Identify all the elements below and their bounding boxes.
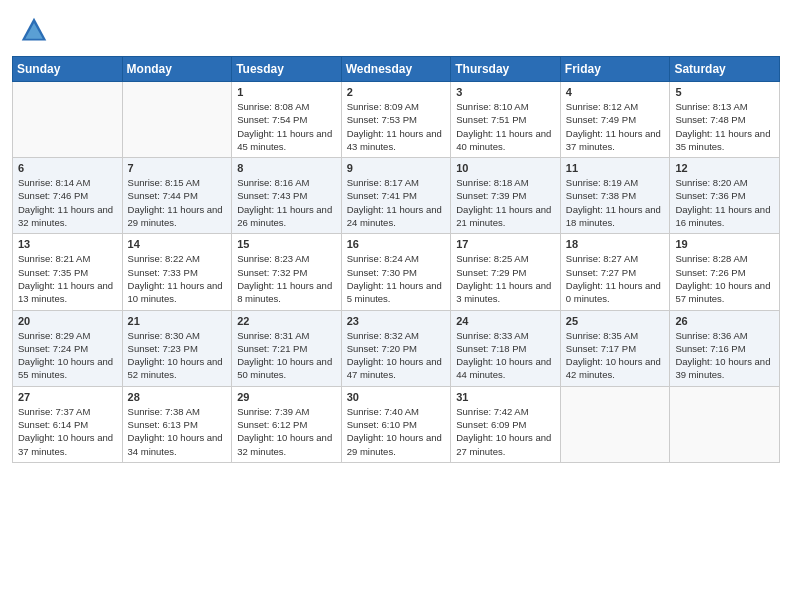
day-number: 11 xyxy=(566,162,665,174)
logo xyxy=(20,16,52,44)
calendar-cell: 21Sunrise: 8:30 AM Sunset: 7:23 PM Dayli… xyxy=(122,310,232,386)
calendar-cell: 16Sunrise: 8:24 AM Sunset: 7:30 PM Dayli… xyxy=(341,234,451,310)
day-number: 28 xyxy=(128,391,227,403)
logo-icon xyxy=(20,16,48,44)
day-number: 6 xyxy=(18,162,117,174)
calendar-cell: 28Sunrise: 7:38 AM Sunset: 6:13 PM Dayli… xyxy=(122,386,232,462)
calendar-cell: 30Sunrise: 7:40 AM Sunset: 6:10 PM Dayli… xyxy=(341,386,451,462)
day-number: 16 xyxy=(347,238,446,250)
day-number: 10 xyxy=(456,162,555,174)
day-info: Sunrise: 8:09 AM Sunset: 7:53 PM Dayligh… xyxy=(347,100,446,153)
day-info: Sunrise: 7:38 AM Sunset: 6:13 PM Dayligh… xyxy=(128,405,227,458)
calendar-cell: 11Sunrise: 8:19 AM Sunset: 7:38 PM Dayli… xyxy=(560,158,670,234)
day-info: Sunrise: 8:32 AM Sunset: 7:20 PM Dayligh… xyxy=(347,329,446,382)
day-number: 7 xyxy=(128,162,227,174)
day-info: Sunrise: 8:23 AM Sunset: 7:32 PM Dayligh… xyxy=(237,252,336,305)
day-info: Sunrise: 8:21 AM Sunset: 7:35 PM Dayligh… xyxy=(18,252,117,305)
weekday-header: Saturday xyxy=(670,57,780,82)
calendar-cell: 27Sunrise: 7:37 AM Sunset: 6:14 PM Dayli… xyxy=(13,386,123,462)
day-number: 4 xyxy=(566,86,665,98)
calendar-cell: 25Sunrise: 8:35 AM Sunset: 7:17 PM Dayli… xyxy=(560,310,670,386)
day-number: 23 xyxy=(347,315,446,327)
calendar-cell: 23Sunrise: 8:32 AM Sunset: 7:20 PM Dayli… xyxy=(341,310,451,386)
day-number: 15 xyxy=(237,238,336,250)
day-info: Sunrise: 7:39 AM Sunset: 6:12 PM Dayligh… xyxy=(237,405,336,458)
calendar-cell: 1Sunrise: 8:08 AM Sunset: 7:54 PM Daylig… xyxy=(232,82,342,158)
calendar-cell: 26Sunrise: 8:36 AM Sunset: 7:16 PM Dayli… xyxy=(670,310,780,386)
day-number: 26 xyxy=(675,315,774,327)
day-info: Sunrise: 8:18 AM Sunset: 7:39 PM Dayligh… xyxy=(456,176,555,229)
day-number: 18 xyxy=(566,238,665,250)
day-number: 5 xyxy=(675,86,774,98)
day-number: 2 xyxy=(347,86,446,98)
day-number: 31 xyxy=(456,391,555,403)
calendar-week-row: 1Sunrise: 8:08 AM Sunset: 7:54 PM Daylig… xyxy=(13,82,780,158)
day-number: 27 xyxy=(18,391,117,403)
day-info: Sunrise: 8:12 AM Sunset: 7:49 PM Dayligh… xyxy=(566,100,665,153)
calendar: SundayMondayTuesdayWednesdayThursdayFrid… xyxy=(12,56,780,463)
weekday-header: Wednesday xyxy=(341,57,451,82)
weekday-header: Thursday xyxy=(451,57,561,82)
calendar-cell: 4Sunrise: 8:12 AM Sunset: 7:49 PM Daylig… xyxy=(560,82,670,158)
day-number: 24 xyxy=(456,315,555,327)
weekday-header: Tuesday xyxy=(232,57,342,82)
calendar-cell: 15Sunrise: 8:23 AM Sunset: 7:32 PM Dayli… xyxy=(232,234,342,310)
calendar-week-row: 6Sunrise: 8:14 AM Sunset: 7:46 PM Daylig… xyxy=(13,158,780,234)
calendar-cell xyxy=(560,386,670,462)
day-info: Sunrise: 8:25 AM Sunset: 7:29 PM Dayligh… xyxy=(456,252,555,305)
day-info: Sunrise: 8:13 AM Sunset: 7:48 PM Dayligh… xyxy=(675,100,774,153)
day-info: Sunrise: 7:40 AM Sunset: 6:10 PM Dayligh… xyxy=(347,405,446,458)
calendar-cell xyxy=(13,82,123,158)
day-number: 29 xyxy=(237,391,336,403)
calendar-week-row: 27Sunrise: 7:37 AM Sunset: 6:14 PM Dayli… xyxy=(13,386,780,462)
day-number: 9 xyxy=(347,162,446,174)
calendar-cell: 22Sunrise: 8:31 AM Sunset: 7:21 PM Dayli… xyxy=(232,310,342,386)
calendar-cell: 12Sunrise: 8:20 AM Sunset: 7:36 PM Dayli… xyxy=(670,158,780,234)
calendar-cell: 29Sunrise: 7:39 AM Sunset: 6:12 PM Dayli… xyxy=(232,386,342,462)
day-number: 30 xyxy=(347,391,446,403)
header xyxy=(0,0,792,48)
day-info: Sunrise: 8:24 AM Sunset: 7:30 PM Dayligh… xyxy=(347,252,446,305)
calendar-cell: 6Sunrise: 8:14 AM Sunset: 7:46 PM Daylig… xyxy=(13,158,123,234)
day-number: 1 xyxy=(237,86,336,98)
calendar-cell: 3Sunrise: 8:10 AM Sunset: 7:51 PM Daylig… xyxy=(451,82,561,158)
day-info: Sunrise: 7:37 AM Sunset: 6:14 PM Dayligh… xyxy=(18,405,117,458)
weekday-header: Sunday xyxy=(13,57,123,82)
calendar-cell: 19Sunrise: 8:28 AM Sunset: 7:26 PM Dayli… xyxy=(670,234,780,310)
calendar-cell: 18Sunrise: 8:27 AM Sunset: 7:27 PM Dayli… xyxy=(560,234,670,310)
calendar-cell xyxy=(122,82,232,158)
calendar-cell xyxy=(670,386,780,462)
day-info: Sunrise: 8:33 AM Sunset: 7:18 PM Dayligh… xyxy=(456,329,555,382)
day-info: Sunrise: 8:19 AM Sunset: 7:38 PM Dayligh… xyxy=(566,176,665,229)
day-info: Sunrise: 8:22 AM Sunset: 7:33 PM Dayligh… xyxy=(128,252,227,305)
calendar-week-row: 20Sunrise: 8:29 AM Sunset: 7:24 PM Dayli… xyxy=(13,310,780,386)
calendar-cell: 7Sunrise: 8:15 AM Sunset: 7:44 PM Daylig… xyxy=(122,158,232,234)
day-info: Sunrise: 8:17 AM Sunset: 7:41 PM Dayligh… xyxy=(347,176,446,229)
calendar-cell: 5Sunrise: 8:13 AM Sunset: 7:48 PM Daylig… xyxy=(670,82,780,158)
calendar-cell: 14Sunrise: 8:22 AM Sunset: 7:33 PM Dayli… xyxy=(122,234,232,310)
calendar-cell: 9Sunrise: 8:17 AM Sunset: 7:41 PM Daylig… xyxy=(341,158,451,234)
day-info: Sunrise: 8:29 AM Sunset: 7:24 PM Dayligh… xyxy=(18,329,117,382)
calendar-cell: 24Sunrise: 8:33 AM Sunset: 7:18 PM Dayli… xyxy=(451,310,561,386)
day-info: Sunrise: 8:16 AM Sunset: 7:43 PM Dayligh… xyxy=(237,176,336,229)
calendar-cell: 8Sunrise: 8:16 AM Sunset: 7:43 PM Daylig… xyxy=(232,158,342,234)
weekday-header: Monday xyxy=(122,57,232,82)
day-info: Sunrise: 8:36 AM Sunset: 7:16 PM Dayligh… xyxy=(675,329,774,382)
day-info: Sunrise: 8:15 AM Sunset: 7:44 PM Dayligh… xyxy=(128,176,227,229)
day-number: 19 xyxy=(675,238,774,250)
day-info: Sunrise: 8:10 AM Sunset: 7:51 PM Dayligh… xyxy=(456,100,555,153)
day-info: Sunrise: 8:30 AM Sunset: 7:23 PM Dayligh… xyxy=(128,329,227,382)
day-number: 21 xyxy=(128,315,227,327)
day-info: Sunrise: 8:08 AM Sunset: 7:54 PM Dayligh… xyxy=(237,100,336,153)
day-info: Sunrise: 8:14 AM Sunset: 7:46 PM Dayligh… xyxy=(18,176,117,229)
day-number: 13 xyxy=(18,238,117,250)
calendar-cell: 10Sunrise: 8:18 AM Sunset: 7:39 PM Dayli… xyxy=(451,158,561,234)
day-info: Sunrise: 7:42 AM Sunset: 6:09 PM Dayligh… xyxy=(456,405,555,458)
day-info: Sunrise: 8:20 AM Sunset: 7:36 PM Dayligh… xyxy=(675,176,774,229)
day-info: Sunrise: 8:31 AM Sunset: 7:21 PM Dayligh… xyxy=(237,329,336,382)
calendar-cell: 20Sunrise: 8:29 AM Sunset: 7:24 PM Dayli… xyxy=(13,310,123,386)
day-info: Sunrise: 8:27 AM Sunset: 7:27 PM Dayligh… xyxy=(566,252,665,305)
calendar-cell: 31Sunrise: 7:42 AM Sunset: 6:09 PM Dayli… xyxy=(451,386,561,462)
day-info: Sunrise: 8:35 AM Sunset: 7:17 PM Dayligh… xyxy=(566,329,665,382)
calendar-week-row: 13Sunrise: 8:21 AM Sunset: 7:35 PM Dayli… xyxy=(13,234,780,310)
